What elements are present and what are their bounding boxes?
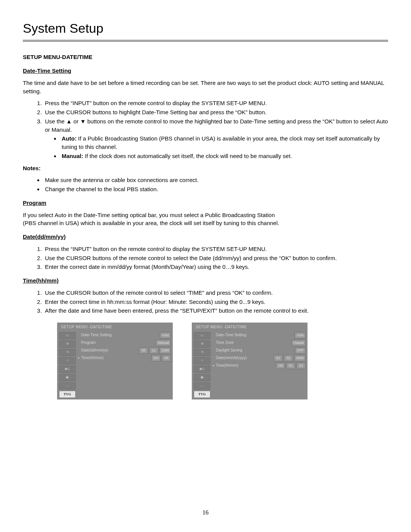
datetime-intro: The time and date have to be set before … [23,79,388,96]
osd-side-icon: — [59,382,76,390]
datetime-step: Use the ▲ or ▼ buttons on the remote con… [43,117,388,160]
time-step: Enter the correct time in hh:mm:ss forma… [43,298,388,306]
notes-heading: Notes: [23,164,388,173]
datetime-sub-manual: Manual: If the clock does not automatica… [60,152,388,160]
date-steps-list: Press the “INPUT” button on the remote c… [23,245,388,271]
osd-side-icon: ◉◻ [59,366,76,373]
date-heading: Date(dd/mm/yy) [23,233,388,241]
datetime-sub-auto: Auto: If a Public Broadcasting Station (… [60,134,388,151]
notes-item: Change the channel to the local PBS stat… [43,185,388,193]
osd-row: Daylight Saving OFF [212,347,306,354]
auto-label: Auto: [62,135,76,142]
program-text-2: (PBS channel in USA) which is available … [23,219,388,227]
osd-row-value: Hawaii [292,340,306,346]
osd-side-icon: ✧ [194,357,210,364]
osd-side-icon: ◉◻ [194,366,210,373]
osd-row-value: 2005 [294,355,306,361]
osd-row-label: Program [81,340,154,346]
osd-row-value: DO [151,355,161,361]
osd-side-icon: ▭ [59,332,76,339]
osd-row-arrow: ◂ [212,363,214,368]
datetime-step: Press the “INPUT” button on the remote c… [43,99,388,107]
osd-right: SETUP MENU -DATE/TIME ▭ ⚙ ⟲ ✧ ◉◻ ▣ — TVG… [192,323,307,399]
datetime-steps-list: Press the “INPUT” button on the remote c… [23,99,388,160]
osd-row-value: Manual [156,340,171,346]
osd-row-value: 23 [296,363,306,369]
osd-row-label: Daylight Saving [216,348,293,353]
osd-side-icon: ✧ [59,357,76,364]
osd-row: Program Manual [77,340,171,346]
osd-sidebar: ▭ ⚙ ⟲ ✧ ◉◻ ▣ — TVG [58,331,77,399]
osd-tvg-icon: TVG [194,391,210,398]
osd-row-value: 01 [286,363,295,369]
osd-row-value: 06 [162,355,171,361]
osd-menu-rows: Date-Time Setting Auto Time Zone Hawaii … [212,331,307,399]
osd-side-icon: ▭ [194,332,210,339]
program-heading: Program [23,199,388,207]
notes-item: Make sure the antenna or cable box conne… [43,176,388,184]
osd-row-value: 01 [284,355,293,361]
osd-row-value: AM [276,363,285,369]
osd-row-label: Time Zone [216,340,290,346]
osd-screenshots: SETUP MENU -DATE/TIME ▭ ⚙ ⟲ ✧ ◉◻ ▣ — TVG… [57,323,388,399]
datetime-step-text: Use the ▲ or ▼ buttons on the remote con… [45,118,388,133]
osd-row-value: OFF [295,347,306,354]
osd-side-icon: ▣ [59,374,76,381]
time-heading: Time(hh/mm) [23,276,388,285]
time-step: Use the CURSOR button of the remote cont… [43,289,388,297]
osd-row-label: Time(hh/mm) [81,355,150,361]
osd-row: Date(mm/dd/yyyy) 01 01 2005 [212,355,306,361]
osd-side-icon: ⟲ [194,349,210,356]
osd-row-value: Auto [295,332,306,339]
osd-row: Date-Time Setting Auto [77,332,171,339]
manual-text: If the clock does not automatically set … [83,153,292,159]
setup-menu-heading: SETUP MENU-DATE/TIME [23,53,388,61]
osd-side-icon: — [194,382,210,390]
osd-row-arrow: ◂ [77,356,80,360]
manual-label: Manual: [62,153,83,159]
osd-tvg-icon: TVG [59,391,76,398]
osd-row: Date(dd/mm/yy) 30 11 1999 [77,347,171,354]
osd-row-value: 01 [274,355,283,361]
osd-row: Date-Time Setting Auto [212,332,306,339]
auto-text: If a Public Broadcasting Station (PBS ch… [62,135,380,150]
program-text-1: If you select Auto in the Date-Time sett… [23,211,388,219]
osd-side-icon: ⚙ [59,340,76,348]
osd-row-value: 11 [149,347,158,354]
osd-row: ◂ Time(hh/mm) AM 01 23 [212,363,306,369]
osd-row-label: Time(hh/mm) [216,363,274,369]
osd-side-icon: ⟲ [59,349,76,356]
osd-title: SETUP MENU -DATE/TIME [58,323,172,331]
osd-row-value: 30 [139,347,148,354]
date-step: Use the CURSOR buttons of the remote con… [43,254,388,262]
osd-row-value: 1999 [159,347,171,354]
title-rule [23,40,388,42]
datetime-step: Use the CURSOR buttons to highlight Date… [43,108,388,117]
osd-side-icon: ▣ [194,374,210,381]
osd-row-value: Auto [160,332,171,339]
page-number: 16 [0,508,411,517]
osd-row-label: Date(dd/mm/yy) [81,348,137,353]
osd-sidebar: ▭ ⚙ ⟲ ✧ ◉◻ ▣ — TVG [193,331,212,399]
osd-row-label: Date(mm/dd/yyyy) [216,355,272,361]
date-step: Press the “INPUT” button on the remote c… [43,245,388,253]
datetime-setting-heading: Date-Time Setting [23,67,388,75]
osd-row: ◂ Time(hh/mm) DO 06 [77,355,171,361]
time-step: After the date and time have been entere… [43,307,388,315]
notes-list: Make sure the antenna or cable box conne… [23,176,388,193]
date-step: Enter the correct date in mm/dd/yy forma… [43,263,388,271]
datetime-substeps: Auto: If a Public Broadcasting Station (… [45,134,388,160]
osd-row-label: Date-Time Setting [81,332,158,338]
osd-row: Time Zone Hawaii [212,340,306,346]
page-title: System Setup [23,19,388,38]
osd-menu-rows: Date-Time Setting Auto Program Manual Da… [77,331,172,399]
osd-left: SETUP MENU -DATE/TIME ▭ ⚙ ⟲ ✧ ◉◻ ▣ — TVG… [57,323,173,399]
osd-title: SETUP MENU -DATE/TIME [193,323,307,331]
time-steps-list: Use the CURSOR button of the remote cont… [23,289,388,315]
osd-side-icon: ⚙ [194,340,210,348]
osd-row-label: Date-Time Setting [216,332,293,338]
